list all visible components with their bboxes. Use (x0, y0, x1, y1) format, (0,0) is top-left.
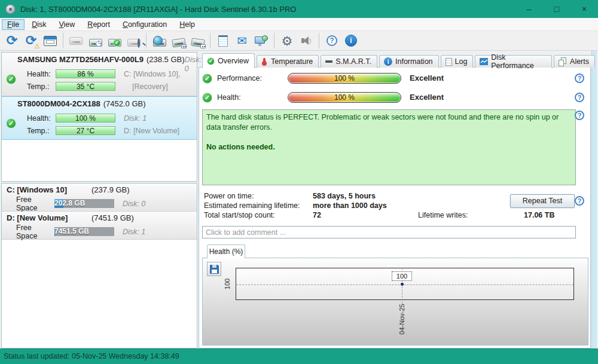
horizontal-gridline (236, 285, 573, 285)
window-title: Disk: 1, ST8000DM004-2CX188 [ZR11AXGA] -… (20, 5, 296, 14)
y-axis-tick-label: 100 (224, 279, 231, 289)
help-button[interactable]: ? (322, 32, 341, 50)
help-icon[interactable]: ? (575, 93, 584, 102)
disk-test-ok-button[interactable]: ✓ (105, 32, 124, 50)
send-mail-button[interactable]: ✉ (233, 32, 252, 50)
temp-bar: 27 °C (56, 126, 115, 135)
data-point (401, 283, 404, 286)
disk-capacity: (7452.0 GB) (103, 99, 146, 108)
tab-label: S.M.A.R.T. (335, 57, 371, 66)
health-label: Health: (27, 114, 56, 123)
help-icon: ? (327, 35, 337, 46)
free-space-label: Free Space (16, 195, 54, 212)
menu-report[interactable]: Report (82, 19, 115, 30)
settings-button[interactable]: ⚙ (277, 32, 297, 50)
tab-temperature[interactable]: Temperature (257, 55, 319, 68)
health-value: 100 % (288, 93, 401, 102)
repeat-test-button[interactable]: Repeat Test (510, 194, 575, 208)
floppy-icon (210, 265, 219, 274)
main-panel: ✓ Overview Temperature S.M.A.R.T. i Info… (199, 51, 597, 348)
menu-file[interactable]: File (2, 19, 25, 30)
disk-eject-button[interactable] (188, 32, 207, 50)
refresh-warning-button[interactable]: ⟳ ⚠ (22, 32, 41, 50)
status-bar: Status last updated: 05-Nov-25 Wednesday… (0, 348, 598, 364)
tab-label: Log (455, 57, 468, 66)
disk-disabled-button (66, 32, 86, 50)
help-icon[interactable]: ? (575, 74, 584, 83)
partition-item-c[interactable]: C: [Windows 10] (237.9 GB) Free Space 20… (2, 183, 197, 212)
disk-schedule-button[interactable]: ◷ (86, 32, 105, 50)
partition-item-d[interactable]: D: [New Volume] (7451.9 GB) Free Space 7… (2, 212, 197, 240)
free-space-value: 202.8 GB (54, 199, 85, 207)
comment-input[interactable] (202, 226, 576, 238)
tab-information[interactable]: i Information (379, 55, 439, 68)
disk-volumes: C: [Windows 10], (124, 70, 180, 78)
partition-capacity: (237.9 GB) (91, 185, 130, 194)
tab-disk-performance[interactable]: Disk Performance (475, 55, 552, 68)
health-gauge: 100 % (288, 92, 401, 103)
toolbar-separator (63, 33, 63, 48)
thermometer-icon (263, 58, 266, 63)
app-window: Disk: 1, ST8000DM004-2CX188 [ZR11AXGA] -… (0, 0, 598, 364)
overview-ok-icon: ✓ (207, 57, 215, 65)
panel-edge-strip (591, 51, 597, 348)
mail-icon: ✉ (237, 35, 248, 47)
disk-volumes: [Recovery] (132, 82, 168, 91)
remote-monitor-button[interactable] (252, 32, 271, 50)
menu-bar: File Disk View Report Configuration Help (0, 18, 598, 31)
maximize-button[interactable]: □ (543, 0, 570, 18)
save-graph-button[interactable] (207, 262, 221, 276)
menu-view[interactable]: View (53, 19, 80, 30)
info-icon: i (345, 35, 357, 47)
toolbar: ⟳ ⟳ ⚠ ◷ ✓ (0, 31, 598, 51)
health-rating: Excellent (410, 93, 444, 102)
title-bar: Disk: 1, ST8000DM004-2CX188 [ZR11AXGA] -… (0, 0, 598, 18)
partition-capacity: (7451.9 GB) (91, 213, 134, 222)
menu-disk[interactable]: Disk (26, 19, 51, 30)
minimize-button[interactable]: – (515, 0, 543, 18)
about-button[interactable]: i (341, 32, 361, 50)
magnifier-icon (138, 38, 140, 48)
smart-icon (325, 60, 332, 63)
health-graph-region: Health (%) 100 100 04-Nov-25 (202, 244, 590, 346)
lifetime-writes-label: Lifetime writes: (418, 211, 524, 219)
health-graph-tab[interactable]: Health (%) (207, 244, 245, 258)
tab-smart[interactable]: S.M.A.R.T. (321, 55, 377, 68)
free-space-label: Free Space (16, 224, 54, 240)
disk-surface-test-button[interactable] (124, 32, 143, 50)
sound-button[interactable]: ) (297, 32, 316, 50)
disk-status-message: The hard disk status is PERFECT. Problem… (202, 109, 576, 185)
log-document-icon (446, 58, 452, 66)
tab-label: Alerts (570, 57, 589, 66)
menu-configuration[interactable]: Configuration (117, 19, 172, 30)
warning-icon: ⚠ (34, 43, 40, 50)
help-icon[interactable]: ? (575, 111, 584, 120)
tab-alerts[interactable]: Alerts (554, 55, 595, 68)
disk-report-button[interactable] (41, 32, 60, 50)
menu-help[interactable]: Help (174, 19, 200, 30)
tab-log[interactable]: Log (441, 55, 474, 68)
remaining-lifetime-value: more than 1000 days (313, 201, 387, 210)
disk-item-1-selected[interactable]: ST8000DM004-2CX188 (7452.0 GB) ✓ Health:… (2, 96, 197, 140)
status-text: Status last updated: 05-Nov-25 Wednesday… (4, 352, 179, 360)
close-button[interactable]: × (570, 0, 598, 18)
globe-icon (153, 36, 163, 45)
report-notepad-button[interactable] (213, 32, 233, 50)
start-stop-value: 72 (313, 211, 361, 219)
plug-icon (200, 44, 206, 48)
free-space-bar: 7451.5 GB (54, 227, 114, 236)
app-icon (5, 4, 16, 14)
data-point-label: 100 (392, 271, 412, 281)
plug-icon (181, 44, 187, 48)
help-icon[interactable]: ? (575, 196, 584, 206)
disk-item-0[interactable]: SAMSUNG MZ7TD256HAFV-000L9 (238.5 GB) Di… (2, 53, 197, 96)
disk-hardware-button[interactable] (169, 32, 188, 50)
window-controls: – □ × (515, 0, 598, 18)
free-space-value: 7451.5 GB (54, 227, 89, 235)
disk-number: Disk: 1 (123, 228, 145, 236)
temp-label: Temp.: (27, 127, 56, 135)
sidebar: SAMSUNG MZ7TD256HAFV-000L9 (238.5 GB) Di… (1, 51, 197, 348)
refresh-button[interactable]: ⟳ (2, 32, 22, 50)
network-disk-button[interactable] (150, 32, 169, 50)
tab-overview[interactable]: ✓ Overview (202, 53, 255, 68)
